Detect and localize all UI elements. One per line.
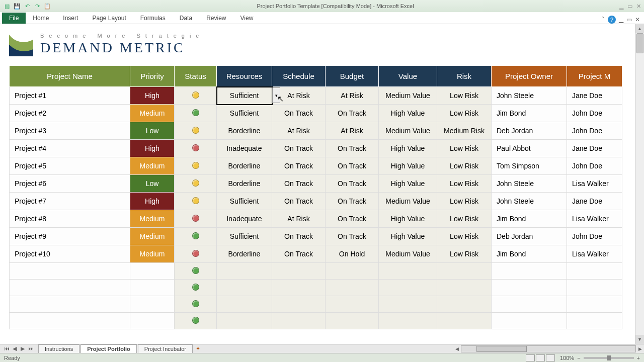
col-owner[interactable]: Project Owner [492, 66, 567, 87]
cell-priority[interactable]: Medium [130, 228, 175, 245]
tab-nav-first-icon[interactable]: ⏮ [3, 345, 10, 352]
cell-status[interactable] [175, 87, 217, 105]
empty-cell[interactable] [130, 313, 175, 329]
cell-manager[interactable]: John Doe [567, 228, 622, 245]
zoom-slider[interactable] [584, 357, 634, 359]
ribbon-tab-home[interactable]: Home [26, 13, 56, 24]
cell-priority[interactable]: Low [130, 122, 175, 140]
empty-cell[interactable] [326, 263, 379, 280]
cell-budget[interactable]: On Track [326, 140, 379, 157]
empty-cell[interactable] [379, 296, 437, 313]
cell-resources[interactable]: Inadequate [217, 140, 272, 157]
window-max-icon[interactable]: ▭ [626, 16, 632, 23]
col-schedule[interactable]: Schedule [272, 66, 326, 87]
restore-icon[interactable]: ▭ [627, 3, 632, 10]
cell-owner[interactable]: John Steele [492, 193, 567, 210]
cell-manager[interactable]: John Doe [567, 105, 622, 122]
empty-cell[interactable] [130, 296, 175, 313]
new-sheet-icon[interactable]: ✦ [196, 345, 200, 352]
cell-resources[interactable]: Sufficient▾↖ [217, 87, 272, 105]
ribbon-tab-data[interactable]: Data [173, 13, 199, 24]
cell-manager[interactable]: Jane Doe [567, 140, 622, 157]
window-close-icon[interactable]: ✕ [635, 16, 640, 23]
cell-risk[interactable]: Low Risk [437, 245, 492, 263]
horizontal-scrollbar[interactable]: ◀ ▶ [453, 345, 644, 352]
view-normal-icon[interactable] [526, 354, 535, 361]
close-icon[interactable]: ✕ [636, 3, 641, 10]
empty-cell[interactable] [379, 263, 437, 280]
empty-cell[interactable] [437, 313, 492, 329]
cell-status[interactable] [175, 228, 217, 245]
cell-resources[interactable]: Inadequate [217, 210, 272, 228]
tab-nav-prev-icon[interactable]: ◀ [11, 345, 18, 352]
col-project-name[interactable]: Project Name [10, 66, 130, 87]
cell-owner[interactable]: Deb Jordan [492, 228, 567, 245]
cell-manager[interactable]: Jane Doe [567, 193, 622, 210]
cell-schedule[interactable]: At Risk [272, 210, 326, 228]
cell-priority[interactable]: High [130, 193, 175, 210]
cell-schedule[interactable]: On Track [272, 140, 326, 157]
cell-owner[interactable]: Paul Abbot [492, 140, 567, 157]
save-icon[interactable]: 💾 [13, 2, 21, 10]
empty-cell[interactable] [567, 280, 622, 296]
cell-risk[interactable]: Low Risk [437, 210, 492, 228]
cell-owner[interactable]: John Steele [492, 175, 567, 193]
empty-cell[interactable] [175, 313, 217, 329]
cell-schedule[interactable]: At Risk [272, 122, 326, 140]
cell-manager[interactable]: Jane Doe [567, 87, 622, 105]
sheet-tab-project-incubator[interactable]: Project Incubator [138, 344, 193, 353]
empty-cell[interactable] [326, 296, 379, 313]
cell-priority[interactable]: High [130, 140, 175, 157]
cell-schedule[interactable]: On Track [272, 175, 326, 193]
cell-risk[interactable]: Low Risk [437, 228, 492, 245]
empty-cell[interactable] [130, 280, 175, 296]
zoom-in-icon[interactable]: + [637, 355, 640, 361]
cell-priority[interactable]: Medium [130, 245, 175, 263]
hscroll-left-icon[interactable]: ◀ [453, 346, 461, 351]
empty-cell[interactable] [217, 280, 272, 296]
empty-cell[interactable] [326, 280, 379, 296]
ribbon-minimize-icon[interactable]: ˅ [602, 16, 605, 23]
cell-priority[interactable]: High [130, 87, 175, 105]
sheet-tab-project-portfolio[interactable]: Project Portfolio [80, 344, 137, 353]
cell-project-name[interactable]: Project #6 [10, 175, 130, 193]
empty-cell[interactable] [492, 296, 567, 313]
cell-budget[interactable]: On Track [326, 105, 379, 122]
cell-value[interactable]: High Value [379, 140, 437, 157]
scroll-down-icon[interactable]: ▼ [635, 335, 644, 344]
cell-owner[interactable]: Deb Jordan [492, 122, 567, 140]
cell-value[interactable]: Medium Value [379, 193, 437, 210]
col-value[interactable]: Value [379, 66, 437, 87]
cell-value[interactable]: Medium Value [379, 87, 437, 105]
cell-budget[interactable]: On Track [326, 228, 379, 245]
cell-risk[interactable]: Low Risk [437, 157, 492, 175]
cell-project-name[interactable]: Project #3 [10, 122, 130, 140]
empty-cell[interactable] [217, 313, 272, 329]
empty-cell[interactable] [10, 296, 130, 313]
cell-status[interactable] [175, 193, 217, 210]
minimize-icon[interactable]: ▁ [619, 3, 623, 10]
hscroll-right-icon[interactable]: ▶ [636, 346, 644, 351]
ribbon-tab-review[interactable]: Review [199, 13, 233, 24]
empty-cell[interactable] [272, 263, 326, 280]
cell-status[interactable] [175, 140, 217, 157]
ribbon-tab-formulas[interactable]: Formulas [133, 13, 173, 24]
empty-cell[interactable] [217, 296, 272, 313]
cell-value[interactable]: High Value [379, 175, 437, 193]
cell-priority[interactable]: Low [130, 175, 175, 193]
cell-risk[interactable]: Low Risk [437, 140, 492, 157]
cell-project-name[interactable]: Project #5 [10, 157, 130, 175]
window-min-icon[interactable]: ▁ [619, 16, 623, 23]
cell-project-name[interactable]: Project #9 [10, 228, 130, 245]
cell-resources[interactable]: Borderline [217, 245, 272, 263]
cell-value[interactable]: Medium Value [379, 245, 437, 263]
cell-schedule[interactable]: On Track [272, 228, 326, 245]
empty-cell[interactable] [379, 280, 437, 296]
cell-priority[interactable]: Medium [130, 210, 175, 228]
cell-risk[interactable]: Low Risk [437, 87, 492, 105]
col-risk[interactable]: Risk [437, 66, 492, 87]
cell-value[interactable]: Medium Value [379, 122, 437, 140]
cell-budget[interactable]: On Hold [326, 245, 379, 263]
tab-nav-last-icon[interactable]: ⏭ [27, 345, 34, 352]
cell-project-name[interactable]: Project #4 [10, 140, 130, 157]
